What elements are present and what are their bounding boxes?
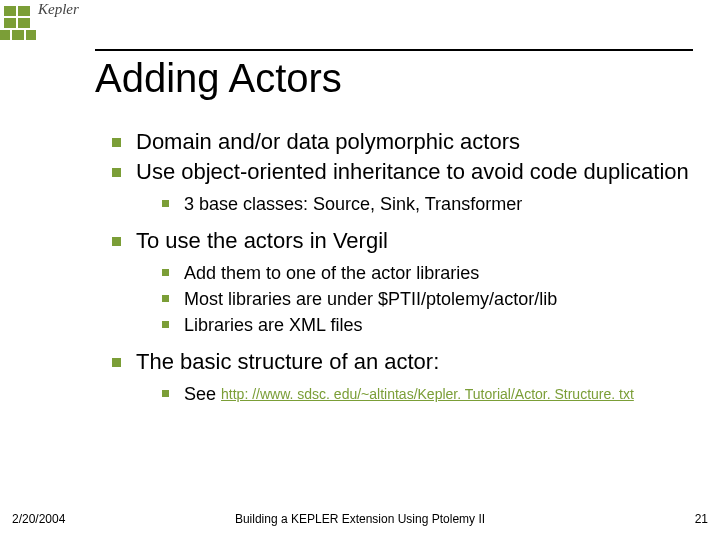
bullet-4-1: See http: //www. sdsc. edu/~altintas/Kep… [160,382,700,406]
bullet-4: The basic structure of an actor: See htt… [110,348,700,406]
bullet-2: Use object-oriented inheritance to avoid… [110,158,700,216]
bullet-3-2: Most libraries are under $PTII/ptolemy/a… [160,287,700,311]
bullet-text: To use the actors in Vergil [136,228,388,253]
bullet-3: To use the actors in Vergil Add them to … [110,227,700,338]
see-label: See [184,384,221,404]
slide-title: Adding Actors [95,56,342,101]
tutorial-link[interactable]: http: //www. sdsc. edu/~altintas/Kepler.… [221,386,634,402]
bullet-text: 3 base classes: Source, Sink, Transforme… [184,194,522,214]
bullet-3-3: Libraries are XML files [160,313,700,337]
bullet-1: Domain and/or data polymorphic actors [110,128,700,156]
slide-content: Domain and/or data polymorphic actors Us… [110,128,700,416]
bullet-text: Most libraries are under $PTII/ptolemy/a… [184,289,557,309]
bullet-text: Use object-oriented inheritance to avoid… [136,159,689,184]
footer-title: Building a KEPLER Extension Using Ptolem… [0,512,720,526]
bullet-text: Domain and/or data polymorphic actors [136,129,520,154]
bullet-text: Add them to one of the actor libraries [184,263,479,283]
bullet-text: The basic structure of an actor: [136,349,439,374]
logo-text: Kepler [38,1,79,18]
bullet-2-1: 3 base classes: Source, Sink, Transforme… [160,192,700,216]
title-rule [95,49,693,51]
bullet-3-1: Add them to one of the actor libraries [160,261,700,285]
bullet-text: Libraries are XML files [184,315,362,335]
logo: Kepler [0,0,110,50]
slide-number: 21 [695,512,708,526]
